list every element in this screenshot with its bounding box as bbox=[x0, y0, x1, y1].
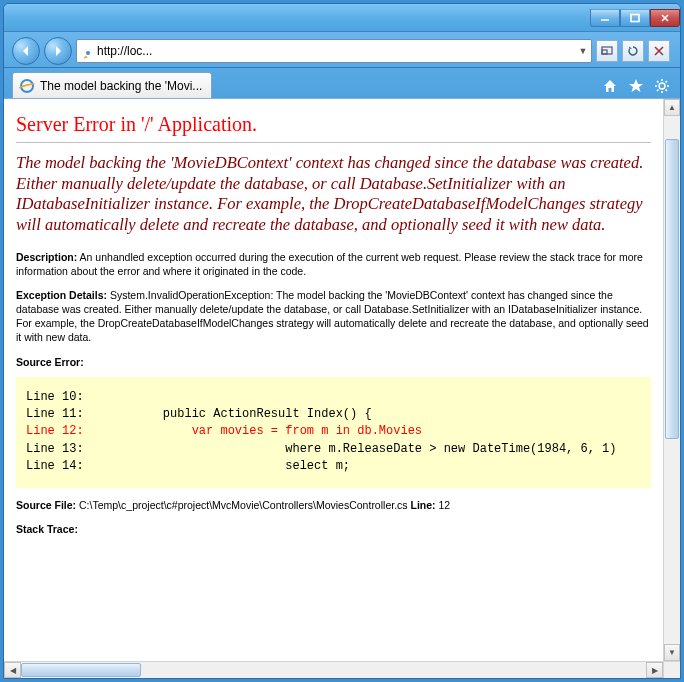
scroll-corner bbox=[663, 661, 680, 678]
refresh-button[interactable] bbox=[622, 40, 644, 62]
address-dropdown-icon[interactable]: ▼ bbox=[575, 46, 591, 56]
description-label: Description: bbox=[16, 251, 77, 263]
tab-title: The model backing the 'Movi... bbox=[40, 79, 202, 93]
line-value: 12 bbox=[436, 499, 451, 511]
source-file-label: Source File: bbox=[16, 499, 76, 511]
compat-view-button[interactable] bbox=[596, 40, 618, 62]
description-text: An unhandled exception occurred during t… bbox=[16, 251, 643, 277]
nav-toolbar: http://loc... ▼ bbox=[4, 32, 680, 68]
tab-strip: The model backing the 'Movi... bbox=[4, 68, 680, 98]
error-heading: Server Error in '/' Application. bbox=[16, 113, 651, 136]
svg-rect-1 bbox=[631, 14, 639, 21]
address-bar[interactable]: http://loc... ▼ bbox=[76, 39, 592, 63]
scroll-down-arrow[interactable]: ▼ bbox=[664, 644, 680, 661]
stop-button[interactable] bbox=[648, 40, 670, 62]
code-line-10: Line 10: bbox=[26, 390, 84, 404]
titlebar[interactable] bbox=[4, 4, 680, 32]
minimize-button[interactable] bbox=[590, 9, 620, 27]
line-label: Line: bbox=[408, 499, 436, 511]
back-button[interactable] bbox=[12, 37, 40, 65]
page-body: Server Error in '/' Application. The mod… bbox=[4, 99, 663, 661]
svg-rect-5 bbox=[602, 50, 607, 54]
code-line-13: Line 13: where m.ReleaseDate > new DateT… bbox=[26, 442, 617, 456]
horizontal-scrollbar[interactable]: ◀ ▶ bbox=[4, 661, 663, 678]
address-text: http://loc... bbox=[95, 44, 575, 58]
stack-trace-label: Stack Trace: bbox=[16, 522, 651, 536]
code-line-11: Line 11: public ActionResult Index() { bbox=[26, 407, 372, 421]
source-file-value: C:\Temp\c_project\c#project\MvcMovie\Con… bbox=[76, 499, 407, 511]
description-block: Description: An unhandled exception occu… bbox=[16, 250, 651, 278]
vertical-scroll-thumb[interactable] bbox=[665, 139, 679, 439]
maximize-button[interactable] bbox=[620, 9, 650, 27]
favorites-icon[interactable] bbox=[628, 78, 644, 94]
exception-block: Exception Details: System.InvalidOperati… bbox=[16, 288, 651, 345]
exception-label: Exception Details: bbox=[16, 289, 107, 301]
ie-favicon-icon bbox=[19, 78, 35, 94]
close-button[interactable] bbox=[650, 9, 680, 27]
exception-text: System.InvalidOperationException: The mo… bbox=[16, 289, 649, 344]
divider bbox=[16, 142, 651, 143]
error-message: The model backing the 'MovieDBContext' c… bbox=[16, 153, 651, 236]
forward-button[interactable] bbox=[44, 37, 72, 65]
scroll-left-arrow[interactable]: ◀ bbox=[4, 662, 21, 678]
tab-active[interactable]: The model backing the 'Movi... bbox=[12, 72, 212, 98]
content-area: Server Error in '/' Application. The mod… bbox=[4, 98, 680, 678]
scroll-right-arrow[interactable]: ▶ bbox=[646, 662, 663, 678]
vertical-scrollbar[interactable]: ▲ ▼ bbox=[663, 99, 680, 661]
scroll-up-arrow[interactable]: ▲ bbox=[664, 99, 680, 116]
horizontal-scroll-thumb[interactable] bbox=[21, 663, 141, 677]
code-line-14: Line 14: select m; bbox=[26, 459, 350, 473]
browser-window: http://loc... ▼ The model backing the 'M… bbox=[3, 3, 681, 679]
source-file-block: Source File: C:\Temp\c_project\c#project… bbox=[16, 498, 651, 512]
source-code-box: Line 10: Line 11: public ActionResult In… bbox=[16, 377, 651, 488]
home-icon[interactable] bbox=[602, 78, 618, 94]
source-error-label: Source Error: bbox=[16, 355, 651, 369]
code-line-12: Line 12: var movies = from m in db.Movie… bbox=[26, 424, 422, 438]
svg-point-8 bbox=[659, 83, 665, 89]
tools-icon[interactable] bbox=[654, 78, 670, 94]
